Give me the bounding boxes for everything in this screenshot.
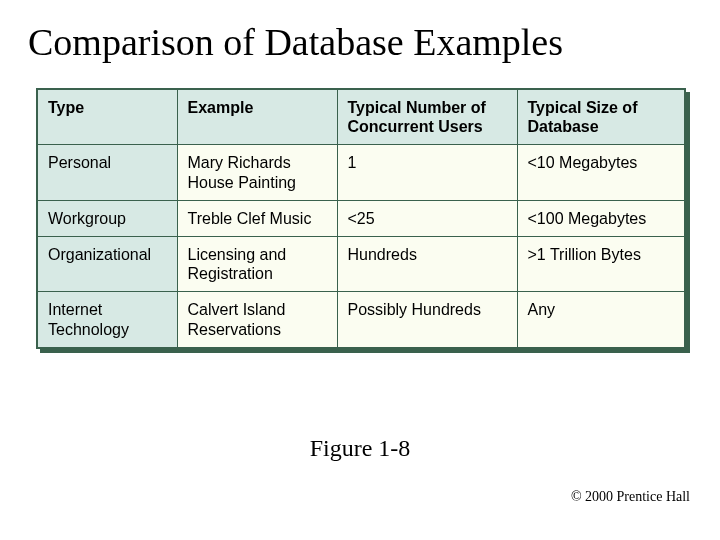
cell-users: 1 bbox=[337, 145, 517, 200]
header-type: Type bbox=[37, 89, 177, 145]
copyright-text: © 2000 Prentice Hall bbox=[571, 489, 690, 505]
cell-size: <100 Megabytes bbox=[517, 200, 685, 236]
comparison-table-container: Type Example Typical Number of Concurren… bbox=[36, 88, 684, 349]
header-users: Typical Number of Concurrent Users bbox=[337, 89, 517, 145]
header-example: Example bbox=[177, 89, 337, 145]
cell-type: Internet Technology bbox=[37, 292, 177, 348]
cell-type: Personal bbox=[37, 145, 177, 200]
cell-users: Possibly Hundreds bbox=[337, 292, 517, 348]
table-row: Organizational Licensing and Registratio… bbox=[37, 236, 685, 291]
table-row: Workgroup Treble Clef Music <25 <100 Meg… bbox=[37, 200, 685, 236]
header-size: Typical Size of Database bbox=[517, 89, 685, 145]
cell-type: Workgroup bbox=[37, 200, 177, 236]
table-row: Personal Mary Richards House Painting 1 … bbox=[37, 145, 685, 200]
figure-caption: Figure 1-8 bbox=[0, 435, 720, 462]
cell-type: Organizational bbox=[37, 236, 177, 291]
cell-example: Licensing and Registration bbox=[177, 236, 337, 291]
cell-size: Any bbox=[517, 292, 685, 348]
comparison-table: Type Example Typical Number of Concurren… bbox=[36, 88, 686, 349]
table-row: Internet Technology Calvert Island Reser… bbox=[37, 292, 685, 348]
cell-size: <10 Megabytes bbox=[517, 145, 685, 200]
table-header-row: Type Example Typical Number of Concurren… bbox=[37, 89, 685, 145]
cell-example: Mary Richards House Painting bbox=[177, 145, 337, 200]
cell-example: Treble Clef Music bbox=[177, 200, 337, 236]
cell-example: Calvert Island Reservations bbox=[177, 292, 337, 348]
cell-users: <25 bbox=[337, 200, 517, 236]
slide: Comparison of Database Examples Type Exa… bbox=[0, 0, 720, 540]
cell-size: >1 Trillion Bytes bbox=[517, 236, 685, 291]
page-title: Comparison of Database Examples bbox=[28, 20, 692, 64]
cell-users: Hundreds bbox=[337, 236, 517, 291]
